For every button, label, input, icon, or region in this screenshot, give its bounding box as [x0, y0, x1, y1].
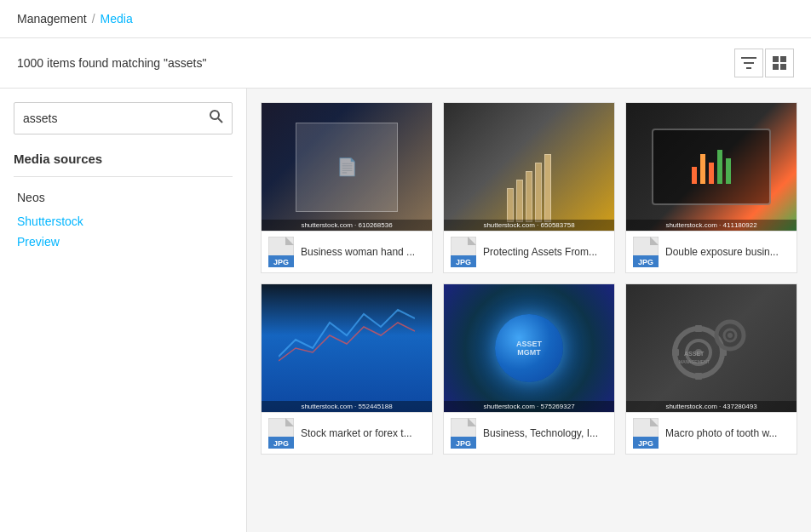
- card-image: shutterstock.com · 437280493: [626, 284, 797, 412]
- svg-rect-6: [780, 64, 786, 70]
- sidebar-link-shutterstock[interactable]: Shutterstock: [14, 211, 233, 232]
- search-container: [14, 102, 233, 134]
- svg-rect-0: [741, 57, 756, 59]
- svg-point-38: [728, 333, 733, 338]
- card-image: shutterstock.com · 650583758: [444, 103, 614, 231]
- media-card[interactable]: shutterstock.com · 650583758: [443, 102, 615, 273]
- file-type-icon: JPG: [451, 237, 476, 267]
- card-footer: JPG Business, Technology, I...: [444, 412, 614, 454]
- svg-text:MANAGEMENT: MANAGEMENT: [679, 359, 710, 364]
- svg-rect-34: [672, 349, 679, 356]
- svg-text:JPG: JPG: [638, 258, 653, 266]
- watermark: shutterstock.com · 650583758: [444, 220, 614, 231]
- search-input[interactable]: [14, 105, 201, 132]
- card-footer: JPG Stock market or forex t...: [262, 412, 432, 454]
- sidebar-divider: [14, 176, 233, 177]
- svg-text:ASSET: ASSET: [684, 351, 705, 357]
- file-type-icon: JPG: [268, 237, 294, 267]
- card-title: Macro photo of tooth w...: [665, 427, 790, 439]
- svg-text:JPG: JPG: [638, 439, 653, 448]
- search-button[interactable]: [201, 103, 232, 134]
- watermark: shutterstock.com · 552445188: [262, 401, 432, 412]
- media-card[interactable]: shutterstock.com · 552445188: [261, 283, 433, 455]
- search-icon: [210, 110, 223, 123]
- card-image: shutterstock.com · 575269327 ASSETMGMT: [444, 284, 614, 412]
- breadcrumb: Management / Media: [0, 0, 811, 38]
- filter-icon: [741, 57, 756, 69]
- svg-rect-4: [780, 56, 786, 62]
- media-grid: shutterstock.com · 610268536 📄 JPG: [261, 102, 797, 455]
- breadcrumb-management[interactable]: Management: [17, 12, 87, 26]
- card-title: Business woman hand ...: [301, 246, 425, 258]
- grid-view-button[interactable]: [765, 49, 794, 77]
- card-image: shutterstock.com · 552445188: [262, 284, 432, 412]
- card-footer: JPG Macro photo of tooth w...: [626, 412, 797, 454]
- watermark: shutterstock.com · 610268536: [262, 220, 432, 231]
- svg-rect-33: [695, 373, 702, 380]
- toolbar-actions: [734, 49, 794, 77]
- card-title: Protecting Assets From...: [483, 246, 607, 258]
- grid-icon: [773, 56, 786, 70]
- media-card[interactable]: shutterstock.com · 610268536 📄 JPG: [261, 102, 433, 273]
- sidebar: Media sources Neos Shutterstock Preview: [0, 89, 247, 532]
- card-footer: JPG Protecting Assets From...: [444, 231, 614, 272]
- file-type-icon: JPG: [268, 418, 294, 449]
- breadcrumb-media[interactable]: Media: [101, 12, 133, 26]
- card-image: shutterstock.com · 610268536 📄: [262, 103, 432, 231]
- media-sources-section: Media sources Neos Shutterstock Preview: [14, 152, 233, 252]
- svg-point-7: [210, 111, 219, 119]
- card-title: Business, Technology, I...: [483, 427, 607, 439]
- filter-button[interactable]: [734, 49, 763, 77]
- svg-rect-5: [773, 64, 779, 70]
- sidebar-item-neos[interactable]: Neos: [14, 184, 233, 211]
- toolbar: 1000 items found matching "assets": [0, 38, 811, 89]
- svg-line-8: [218, 118, 222, 123]
- svg-text:JPG: JPG: [456, 439, 471, 448]
- watermark: shutterstock.com · 411180922: [626, 220, 797, 231]
- svg-rect-3: [773, 56, 779, 62]
- card-footer: JPG Business woman hand ...: [262, 231, 432, 272]
- main-layout: Media sources Neos Shutterstock Preview …: [0, 89, 811, 532]
- media-card[interactable]: shutterstock.com · 411180922: [625, 102, 797, 273]
- file-type-icon: JPG: [451, 418, 476, 449]
- media-card[interactable]: shutterstock.com · 437280493: [625, 283, 797, 455]
- media-grid-container: shutterstock.com · 610268536 📄 JPG: [247, 89, 811, 532]
- svg-rect-2: [746, 67, 751, 69]
- breadcrumb-separator: /: [92, 12, 95, 26]
- svg-rect-1: [744, 62, 754, 64]
- result-count: 1000 items found matching "assets": [17, 56, 726, 70]
- card-title: Stock market or forex t...: [301, 427, 425, 439]
- svg-text:JPG: JPG: [273, 258, 289, 266]
- watermark: shutterstock.com · 575269327: [444, 401, 614, 412]
- card-title: Double exposure busin...: [665, 246, 790, 258]
- file-type-icon: JPG: [633, 237, 659, 267]
- watermark: shutterstock.com · 437280493: [626, 401, 797, 412]
- sidebar-link-preview[interactable]: Preview: [14, 232, 233, 252]
- media-card[interactable]: shutterstock.com · 575269327 ASSETMGMT: [443, 283, 615, 455]
- svg-rect-32: [695, 325, 702, 332]
- svg-text:JPG: JPG: [273, 439, 289, 448]
- file-type-icon: JPG: [633, 418, 659, 449]
- media-sources-title: Media sources: [14, 152, 233, 166]
- svg-text:JPG: JPG: [456, 258, 471, 266]
- card-footer: JPG Double exposure busin...: [626, 231, 797, 272]
- card-image: shutterstock.com · 411180922: [626, 103, 797, 231]
